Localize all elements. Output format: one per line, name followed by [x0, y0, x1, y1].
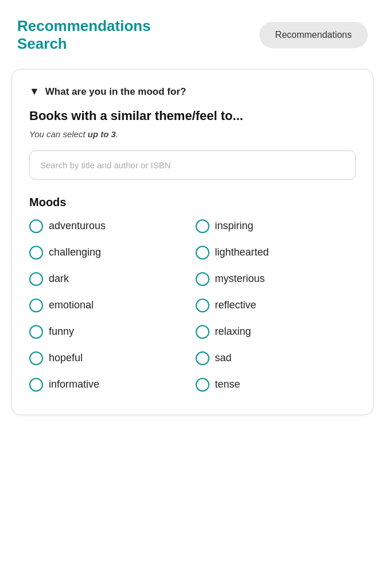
- mood-item-informative[interactable]: informative: [29, 378, 190, 392]
- mood-label-informative: informative: [49, 378, 99, 390]
- mood-item-reflective[interactable]: reflective: [196, 299, 356, 312]
- hint-bold: up to 3: [88, 129, 116, 139]
- mood-checkbox-reflective[interactable]: [196, 299, 209, 312]
- page-header: Recommendations Search Recommendations: [11, 17, 374, 53]
- mood-checkbox-hopeful[interactable]: [29, 351, 43, 365]
- mood-label-lighthearted: lighthearted: [215, 246, 269, 258]
- hint-end: .: [116, 129, 118, 139]
- hint-text: You can select: [29, 129, 88, 139]
- moods-grid: adventurous inspiring challenging lighth…: [29, 219, 356, 392]
- mood-item-funny[interactable]: funny: [29, 325, 190, 339]
- mood-checkbox-mysterious[interactable]: [196, 272, 209, 286]
- mood-label-dark: dark: [49, 273, 69, 285]
- mood-checkbox-challenging[interactable]: [29, 246, 43, 260]
- mood-item-dark[interactable]: dark: [29, 272, 190, 286]
- mood-checkbox-inspiring[interactable]: [196, 219, 209, 233]
- toggle-label: What are you in the mood for?: [45, 86, 186, 98]
- mood-label-challenging: challenging: [49, 246, 101, 258]
- mood-item-lighthearted[interactable]: lighthearted: [196, 246, 356, 260]
- mood-checkbox-tense[interactable]: [196, 378, 209, 392]
- mood-label-mysterious: mysterious: [215, 273, 265, 285]
- page-title: Recommendations Search: [17, 17, 143, 53]
- mood-label-reflective: reflective: [215, 299, 256, 311]
- mood-checkbox-adventurous[interactable]: [29, 219, 43, 233]
- search-input[interactable]: [29, 150, 356, 180]
- mood-checkbox-informative[interactable]: [29, 378, 43, 392]
- mood-checkbox-relaxing[interactable]: [196, 325, 209, 339]
- mood-checkbox-lighthearted[interactable]: [196, 246, 209, 260]
- mood-item-hopeful[interactable]: hopeful: [29, 351, 190, 365]
- select-hint: You can select up to 3.: [29, 129, 356, 139]
- mood-item-adventurous[interactable]: adventurous: [29, 219, 190, 233]
- mood-label-sad: sad: [215, 352, 232, 364]
- mood-label-emotional: emotional: [49, 299, 94, 311]
- mood-label-funny: funny: [49, 326, 74, 338]
- mood-label-adventurous: adventurous: [49, 220, 106, 232]
- mood-label-inspiring: inspiring: [215, 220, 254, 232]
- recommendations-button[interactable]: Recommendations: [259, 22, 368, 48]
- mood-item-challenging[interactable]: challenging: [29, 246, 190, 260]
- mood-item-tense[interactable]: tense: [196, 378, 356, 392]
- mood-label-relaxing: relaxing: [215, 326, 251, 338]
- mood-item-inspiring[interactable]: inspiring: [196, 219, 356, 233]
- section-toggle[interactable]: ▼ What are you in the mood for?: [29, 86, 356, 98]
- moods-heading: Moods: [29, 196, 356, 209]
- mood-item-emotional[interactable]: emotional: [29, 299, 190, 312]
- mood-item-sad[interactable]: sad: [196, 351, 356, 365]
- mood-checkbox-funny[interactable]: [29, 325, 43, 339]
- mood-label-hopeful: hopeful: [49, 352, 83, 364]
- books-heading: Books with a similar theme/feel to...: [29, 108, 356, 125]
- mood-item-mysterious[interactable]: mysterious: [196, 272, 356, 286]
- mood-checkbox-sad[interactable]: [196, 351, 209, 365]
- chevron-down-icon: ▼: [29, 86, 40, 98]
- main-card: ▼ What are you in the mood for? Books wi…: [11, 69, 374, 415]
- mood-label-tense: tense: [215, 378, 240, 390]
- mood-checkbox-dark[interactable]: [29, 272, 43, 286]
- mood-item-relaxing[interactable]: relaxing: [196, 325, 356, 339]
- mood-checkbox-emotional[interactable]: [29, 299, 43, 312]
